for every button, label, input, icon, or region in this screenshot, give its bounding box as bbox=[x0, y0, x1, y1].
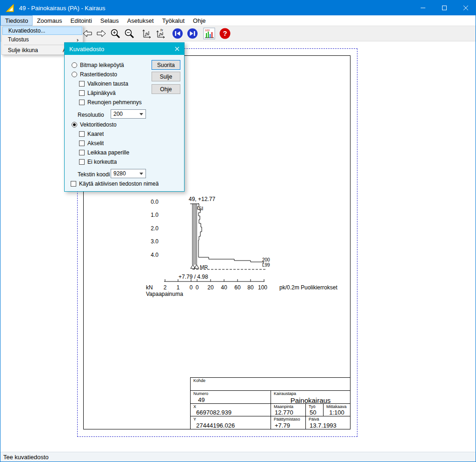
axis-tick-label: 80 bbox=[247, 284, 254, 291]
close-icon bbox=[463, 6, 468, 10]
table-row: X 6697082.939 Maanpinta 12.770 Työ 50 Mi… bbox=[191, 403, 350, 416]
checkbox-kaaret[interactable]: Kaaret bbox=[79, 131, 104, 137]
textcode-label: Tekstin koodi bbox=[78, 171, 110, 178]
option-label: Käytä aktiivisen tiedoston nimeä bbox=[79, 181, 159, 187]
menu-ohje[interactable]: Ohje bbox=[189, 15, 210, 26]
checkbox-icon bbox=[79, 131, 85, 137]
textcode-value: 9280 bbox=[113, 170, 126, 177]
diagram-button[interactable] bbox=[139, 27, 153, 40]
option-label: Akselit bbox=[87, 140, 104, 147]
end-note-top: 200 bbox=[262, 257, 270, 262]
svg-text:100: 100 bbox=[205, 29, 210, 32]
menu-item-label: Sulje ikkuna bbox=[8, 47, 38, 54]
next-borehole-button[interactable] bbox=[185, 27, 199, 40]
option-label: Läpinäkyvä bbox=[87, 90, 116, 96]
soil-label-top: SI bbox=[198, 206, 203, 211]
checkbox-akselit[interactable]: Akselit bbox=[79, 140, 104, 147]
end-triangle-icon bbox=[191, 265, 199, 268]
sounding-curve bbox=[198, 204, 264, 264]
next-arrow-button[interactable] bbox=[94, 27, 108, 40]
checkbox-reunojen-pehmennys[interactable]: Reunojen pehmennys bbox=[79, 99, 142, 106]
kairaustapa-label: Kairaustapa bbox=[271, 391, 350, 397]
depth-label: 3.0 bbox=[151, 238, 159, 245]
help-button[interactable]: ? bbox=[218, 27, 232, 40]
depth-label: 2.0 bbox=[151, 225, 159, 232]
menu-zoomaus[interactable]: Zoomaus bbox=[33, 15, 66, 26]
axis-tick-label: 0 bbox=[190, 284, 193, 291]
maximize-button[interactable] bbox=[434, 0, 455, 15]
menu-tyokalut[interactable]: Työkalut bbox=[158, 15, 189, 26]
checkbox-valkoinen-tausta[interactable]: Valkoinen tausta bbox=[79, 80, 128, 87]
previous-borehole-button[interactable] bbox=[171, 27, 185, 40]
resolution-select[interactable]: 200 bbox=[111, 109, 146, 119]
diagram-fx-button[interactable]: fx bbox=[153, 27, 167, 40]
minimize-icon bbox=[421, 6, 425, 10]
y-value: 27444196.026 bbox=[191, 422, 271, 429]
close-button[interactable] bbox=[455, 0, 476, 15]
option-label: Ei korkeutta bbox=[87, 159, 117, 165]
zoom-in-icon bbox=[110, 28, 121, 39]
checkbox-kayta-aktiivisen[interactable]: Käytä aktiivisen tiedoston nimeä bbox=[71, 181, 159, 187]
checkbox-icon bbox=[79, 90, 85, 96]
dialog-close-button[interactable] bbox=[170, 43, 184, 55]
ohje-button[interactable]: Ohje bbox=[152, 84, 180, 94]
menu-asetukset[interactable]: Asetukset bbox=[123, 15, 158, 26]
color-diagram-button[interactable]: 100 bbox=[202, 27, 216, 40]
radio-vektoritiedosto[interactable]: Vektoritiedosto bbox=[72, 121, 117, 128]
table-row: Kohde bbox=[191, 378, 350, 390]
radio-icon bbox=[72, 62, 77, 68]
radio-bitmap[interactable]: Bitmap leikepöytä bbox=[72, 62, 124, 68]
resolution-value: 200 bbox=[113, 111, 123, 117]
statusbar: Tee kuvatiedosto bbox=[0, 452, 476, 462]
diagram-icon bbox=[140, 28, 152, 39]
checkbox-ei-korkeutta[interactable]: Ei korkeutta bbox=[79, 159, 117, 165]
radio-icon bbox=[72, 72, 77, 77]
table-row: Numero 49 Kairaustapa Painokairaus bbox=[191, 390, 350, 403]
zoom-out-icon bbox=[124, 28, 135, 39]
previous-borehole-icon bbox=[172, 27, 184, 40]
numero-label: Numero bbox=[191, 391, 271, 397]
menu-item-kuvatiedosto[interactable]: Kuvatiedosto... bbox=[2, 27, 82, 35]
chevron-down-icon bbox=[139, 113, 143, 115]
textcode-select[interactable]: 9280 bbox=[111, 169, 146, 178]
paiva-value: 13.7.1993 bbox=[306, 422, 350, 429]
checkbox-icon bbox=[79, 141, 85, 146]
menu-selaus[interactable]: Selaus bbox=[96, 15, 123, 26]
menu-tiedosto[interactable]: Tiedosto bbox=[0, 15, 33, 26]
axis-right-label: pk/0.2m Puolikierrokset bbox=[279, 284, 337, 291]
checkbox-leikkaa-paperille[interactable]: Leikkaa paperille bbox=[79, 149, 129, 156]
numero-value: 49 bbox=[191, 397, 271, 403]
kairaustapa-value: Painokairaus bbox=[291, 397, 331, 403]
axis-tick-label: 2 bbox=[164, 284, 167, 291]
option-label: Vektoritiedosto bbox=[80, 121, 117, 128]
dialog-titlebar[interactable]: Kuvatiedosto bbox=[65, 43, 184, 55]
checkbox-icon bbox=[79, 100, 85, 105]
axis-tick-label: 0 bbox=[196, 284, 199, 291]
suorita-button[interactable]: Suorita bbox=[152, 60, 180, 70]
axis-tick-label: 100 bbox=[258, 284, 267, 291]
kuvatiedosto-dialog: Kuvatiedosto Bitmap leikepöytä Rasteriti… bbox=[64, 42, 185, 192]
option-label: Rasteritiedosto bbox=[80, 71, 117, 78]
option-label: Kaaret bbox=[87, 131, 104, 137]
minimize-button[interactable] bbox=[412, 0, 434, 15]
zoom-in-button[interactable] bbox=[108, 27, 122, 40]
tyo-value: 50 bbox=[306, 409, 323, 416]
mittakaava-value: 1:100 bbox=[329, 409, 344, 416]
sulje-button[interactable]: Sulje bbox=[152, 72, 180, 81]
checkbox-lapinakyva[interactable]: Läpinäkyvä bbox=[79, 90, 116, 96]
table-row: Y 27444196.026 Päättymistaso +7.79 Päivä… bbox=[191, 416, 350, 429]
depth-label: 4.0 bbox=[151, 252, 159, 258]
soil-label-bottom: MR bbox=[200, 264, 208, 270]
svg-text:fx: fx bbox=[160, 28, 163, 32]
axis-tick-label: 40 bbox=[221, 284, 227, 291]
zoom-out-button[interactable] bbox=[122, 27, 136, 40]
radio-rasteritiedosto[interactable]: Rasteritiedosto bbox=[72, 71, 117, 78]
rod-column bbox=[192, 204, 197, 265]
titlebar[interactable]: 49 - Painokairaus (PA) - Kairaus bbox=[0, 0, 476, 15]
option-label: Reunojen pehmennys bbox=[87, 99, 142, 106]
axis-tick-label: 20 bbox=[207, 284, 214, 291]
menu-editointi[interactable]: Editointi bbox=[66, 15, 96, 26]
end-note-bottom: L99 bbox=[262, 262, 270, 268]
depth-label: 1.0 bbox=[151, 212, 159, 218]
info-table: Kohde Numero 49 Kairaustapa Painokairaus… bbox=[190, 377, 350, 429]
